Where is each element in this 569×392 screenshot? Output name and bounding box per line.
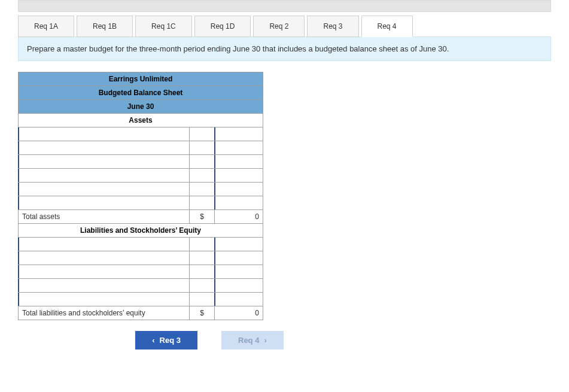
tab-req-1c[interactable]: Req 1C xyxy=(135,16,192,37)
date-header: June 30 xyxy=(19,100,263,114)
liab-sym-5[interactable] xyxy=(189,293,214,306)
liab-label-input-1[interactable] xyxy=(19,238,190,251)
next-label: Req 4 xyxy=(238,336,259,345)
liabilities-header: Liabilities and Stockholders’ Equity xyxy=(19,224,263,238)
prev-button[interactable]: ‹ Req 3 xyxy=(135,331,197,350)
report-header: Budgeted Balance Sheet xyxy=(19,86,263,100)
tab-req-2[interactable]: Req 2 xyxy=(253,16,305,37)
asset-label-input-6[interactable] xyxy=(19,196,190,210)
instruction-text: Prepare a master budget for the three-mo… xyxy=(18,37,551,61)
tab-req-1d[interactable]: Req 1D xyxy=(194,16,251,37)
liab-sym-3[interactable] xyxy=(189,265,214,279)
tab-req-3[interactable]: Req 3 xyxy=(307,16,358,37)
assets-header: Assets xyxy=(19,114,263,127)
liab-val-input-1[interactable] xyxy=(215,238,263,251)
tab-req-4[interactable]: Req 4 xyxy=(361,16,413,37)
liab-val-input-5[interactable] xyxy=(215,293,263,306)
tab-req-1b[interactable]: Req 1B xyxy=(77,16,133,37)
liab-val-input-2[interactable] xyxy=(215,251,263,265)
asset-label-input-2[interactable] xyxy=(19,141,190,155)
asset-val-input-4[interactable] xyxy=(215,169,263,183)
liab-label-input-5[interactable] xyxy=(19,293,190,306)
total-assets-label: Total assets xyxy=(19,210,190,224)
prev-label: Req 3 xyxy=(160,336,181,345)
liab-sym-1[interactable] xyxy=(189,238,214,251)
asset-val-input-1[interactable] xyxy=(215,127,263,141)
total-liab-label: Total liabilities and stockholders’ equi… xyxy=(19,306,190,320)
next-button[interactable]: Req 4 › xyxy=(221,331,284,350)
asset-sym-3[interactable] xyxy=(189,155,214,169)
asset-val-input-6[interactable] xyxy=(215,196,263,210)
asset-val-input-3[interactable] xyxy=(215,155,263,169)
tab-strip: Req 1A Req 1B Req 1C Req 1D Req 2 Req 3 … xyxy=(18,16,551,37)
asset-label-input-5[interactable] xyxy=(19,183,190,196)
total-liab-sym: $ xyxy=(189,306,214,320)
tab-req-1a[interactable]: Req 1A xyxy=(18,16,74,37)
asset-label-input-4[interactable] xyxy=(19,169,190,183)
page: Req 1A Req 1B Req 1C Req 1D Req 2 Req 3 … xyxy=(0,0,569,367)
balance-sheet: Earrings Unlimited Budgeted Balance Shee… xyxy=(18,72,551,320)
asset-sym-2[interactable] xyxy=(189,141,214,155)
asset-val-input-5[interactable] xyxy=(215,183,263,196)
total-assets-val: 0 xyxy=(215,210,263,224)
liab-label-input-3[interactable] xyxy=(19,265,190,279)
toolbar-bar xyxy=(18,0,551,12)
asset-label-input-1[interactable] xyxy=(19,127,190,141)
liab-sym-2[interactable] xyxy=(189,251,214,265)
asset-sym-4[interactable] xyxy=(189,169,214,183)
pager: ‹ Req 3 Req 4 › xyxy=(18,331,401,350)
asset-sym-1[interactable] xyxy=(189,127,214,141)
company-header: Earrings Unlimited xyxy=(19,72,263,86)
asset-sym-6[interactable] xyxy=(189,196,214,210)
liab-label-input-2[interactable] xyxy=(19,251,190,265)
total-liab-val: 0 xyxy=(215,306,263,320)
chevron-left-icon: ‹ xyxy=(152,336,154,345)
asset-val-input-2[interactable] xyxy=(215,141,263,155)
chevron-right-icon: › xyxy=(264,336,266,345)
liab-val-input-4[interactable] xyxy=(215,279,263,293)
asset-label-input-3[interactable] xyxy=(19,155,190,169)
liab-val-input-3[interactable] xyxy=(215,265,263,279)
liab-label-input-4[interactable] xyxy=(19,279,190,293)
asset-sym-5[interactable] xyxy=(189,183,214,196)
total-assets-sym: $ xyxy=(189,210,214,224)
liab-sym-4[interactable] xyxy=(189,279,214,293)
